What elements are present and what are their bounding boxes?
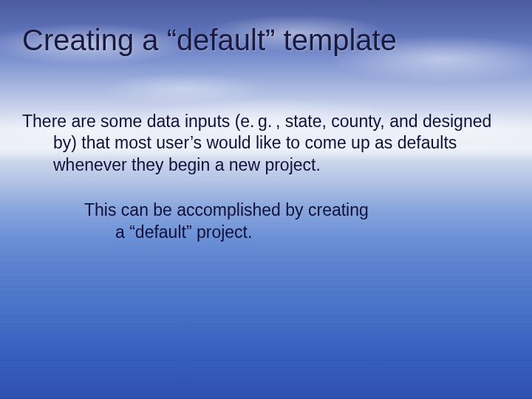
paragraph-2-line-1: This can be accomplished by creating [84, 200, 369, 219]
paragraph-2-line-2: a “default” project. [115, 222, 252, 242]
paragraph-1: There are some data inputs (e. g. , stat… [22, 111, 495, 176]
slide-body: There are some data inputs (e. g. , stat… [22, 111, 495, 243]
paragraph-2: This can be accomplished by creating a “… [22, 200, 495, 243]
slide-title: Creating a “default” template [22, 24, 510, 57]
slide: Creating a “default” template There are … [0, 0, 532, 399]
